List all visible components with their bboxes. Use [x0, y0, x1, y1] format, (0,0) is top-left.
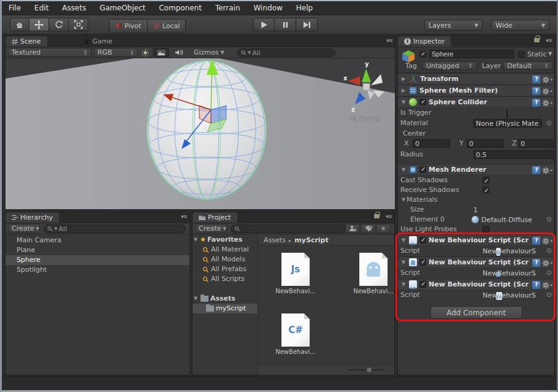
- play-button[interactable]: [253, 18, 275, 31]
- component-mesh-renderer[interactable]: ▼ Mesh Renderer: [398, 164, 554, 175]
- help-icon[interactable]: [532, 259, 540, 267]
- gear-icon[interactable]: [542, 167, 552, 174]
- hierarchy-item-sphere[interactable]: Sphere: [6, 255, 189, 265]
- hierarchy-search-input[interactable]: [59, 225, 182, 233]
- skybox-toggle[interactable]: [153, 48, 169, 57]
- gizmos-dropdown[interactable]: Gizmos▼: [191, 48, 230, 57]
- hierarchy-item-spotlight[interactable]: Spotlight: [6, 265, 189, 275]
- script-value[interactable]: NewBehaviourS: [483, 247, 536, 256]
- element0-value[interactable]: Default-Diffuse: [481, 215, 532, 225]
- material-field[interactable]: None (Physic Mate: [473, 119, 542, 128]
- gear-icon[interactable]: [542, 259, 552, 267]
- folder-myscript[interactable]: myScript: [193, 304, 258, 313]
- layer-dropdown[interactable]: Default↕: [503, 61, 552, 70]
- slider-thumb[interactable]: [366, 367, 372, 373]
- gear-icon[interactable]: [542, 99, 552, 107]
- lighting-toggle[interactable]: [138, 48, 153, 57]
- hierarchy-item-plane[interactable]: Plane: [6, 245, 189, 255]
- name-input[interactable]: [429, 50, 514, 58]
- project-create-dropdown[interactable]: Create▼: [195, 224, 227, 233]
- menu-gameobject[interactable]: GameObject: [93, 4, 152, 12]
- receive-shadows-checkbox[interactable]: [483, 186, 489, 193]
- shading-dropdown[interactable]: Textured↕: [8, 48, 91, 57]
- cast-shadows-checkbox[interactable]: [483, 177, 489, 183]
- gear-icon[interactable]: [542, 237, 552, 245]
- scene-viewport[interactable]: y x z Persp: [6, 58, 395, 209]
- favorite-all-models[interactable]: All Models: [193, 255, 258, 264]
- y-field[interactable]: 0: [467, 139, 504, 148]
- lock-icon[interactable]: [374, 214, 380, 218]
- static-dropdown-icon[interactable]: ▼: [548, 51, 552, 56]
- help-icon[interactable]: [532, 237, 540, 245]
- asset-boo-script[interactable]: NewBehavi...: [351, 253, 394, 294]
- component-transform[interactable]: ▶ Transform: [398, 73, 554, 85]
- object-picker-icon[interactable]: ⊙: [546, 119, 552, 128]
- thumbnail-size-slider[interactable]: [349, 369, 384, 371]
- local-button[interactable]: Local: [148, 19, 186, 33]
- favorites-filter-button[interactable]: ★: [376, 224, 391, 233]
- component-mesh-filter[interactable]: ▶ Sphere (Mesh Filter): [398, 85, 554, 96]
- component-enabled-checkbox[interactable]: [419, 259, 426, 266]
- x-field[interactable]: 0: [413, 139, 450, 148]
- z-field[interactable]: 0: [518, 139, 554, 148]
- menu-window[interactable]: Window: [247, 4, 289, 12]
- audio-toggle[interactable]: [172, 48, 186, 57]
- panel-menu-icon[interactable]: ▾≡: [181, 213, 187, 220]
- help-icon[interactable]: [532, 75, 540, 83]
- pivot-button[interactable]: Pivot: [109, 19, 148, 33]
- menu-component[interactable]: Component: [152, 4, 208, 12]
- component-script-cs[interactable]: ▼ New Behaviour Script (Scr: [398, 279, 554, 290]
- project-search[interactable]: [231, 225, 347, 233]
- favorite-all-material[interactable]: All Material: [193, 245, 258, 255]
- favorite-all-scripts[interactable]: All Scripts: [193, 274, 258, 284]
- object-picker-icon[interactable]: ⊙: [546, 269, 552, 277]
- tab-project[interactable]: Project: [193, 212, 237, 223]
- tab-inspector[interactable]: i Inspector: [398, 36, 451, 47]
- panel-menu-icon[interactable]: ▾≡: [386, 213, 392, 220]
- script-value[interactable]: NewBehaviourS: [483, 291, 536, 301]
- menu-file[interactable]: File: [2, 4, 28, 12]
- gear-icon[interactable]: [542, 282, 552, 289]
- component-enabled-checkbox[interactable]: [419, 99, 426, 106]
- menu-assets[interactable]: Assets: [55, 4, 93, 12]
- radius-field[interactable]: 0.5: [473, 150, 554, 159]
- rotate-tool-button[interactable]: [49, 18, 69, 31]
- is-trigger-checkbox[interactable]: [506, 109, 508, 118]
- tab-scene[interactable]: Scene: [6, 36, 47, 47]
- panel-menu-icon[interactable]: ▾≡: [386, 37, 392, 44]
- hierarchy-item-main-camera[interactable]: Main Camera: [6, 236, 189, 245]
- object-picker-icon[interactable]: ⊙: [546, 291, 552, 299]
- size-value[interactable]: 1: [473, 206, 478, 215]
- pause-button[interactable]: [275, 18, 296, 31]
- layout-dropdown[interactable]: Wide▼: [491, 20, 549, 31]
- breadcrumb-root[interactable]: Assets: [264, 236, 286, 244]
- component-enabled-checkbox[interactable]: [419, 166, 426, 173]
- tag-dropdown[interactable]: Untagged↕: [422, 61, 476, 70]
- project-search-input[interactable]: [241, 225, 343, 233]
- help-icon[interactable]: [532, 166, 540, 174]
- menu-terrain[interactable]: Terrain: [208, 4, 247, 12]
- breadcrumb-current[interactable]: myScript: [294, 236, 328, 244]
- lock-icon[interactable]: [534, 38, 540, 42]
- help-icon[interactable]: [532, 99, 540, 107]
- component-enabled-checkbox[interactable]: [419, 281, 426, 288]
- materials-foldout[interactable]: ▼ Materials: [398, 195, 554, 205]
- channel-dropdown[interactable]: RGB↕: [94, 48, 138, 57]
- move-tool-button[interactable]: [29, 18, 49, 31]
- help-icon[interactable]: [532, 87, 540, 95]
- help-icon[interactable]: [532, 281, 540, 289]
- menu-edit[interactable]: Edit: [28, 4, 55, 12]
- gear-icon[interactable]: [542, 88, 552, 95]
- add-component-button[interactable]: Add Component: [430, 306, 522, 319]
- step-button[interactable]: [296, 18, 318, 31]
- tab-hierarchy[interactable]: Hierarchy: [6, 212, 59, 223]
- tab-game[interactable]: Game: [78, 36, 119, 47]
- layers-dropdown[interactable]: Layers▼: [424, 20, 483, 31]
- assets-root[interactable]: ▼ Assets: [193, 294, 258, 304]
- gear-icon[interactable]: [542, 76, 552, 83]
- favorite-all-prefabs[interactable]: All Prefabs: [193, 264, 258, 274]
- search-by-label-button[interactable]: [361, 224, 375, 233]
- hand-tool-button[interactable]: [10, 18, 29, 31]
- script-value[interactable]: NewBehaviourS: [483, 269, 536, 279]
- asset-js-script[interactable]: Js NewBehavi...: [273, 253, 318, 294]
